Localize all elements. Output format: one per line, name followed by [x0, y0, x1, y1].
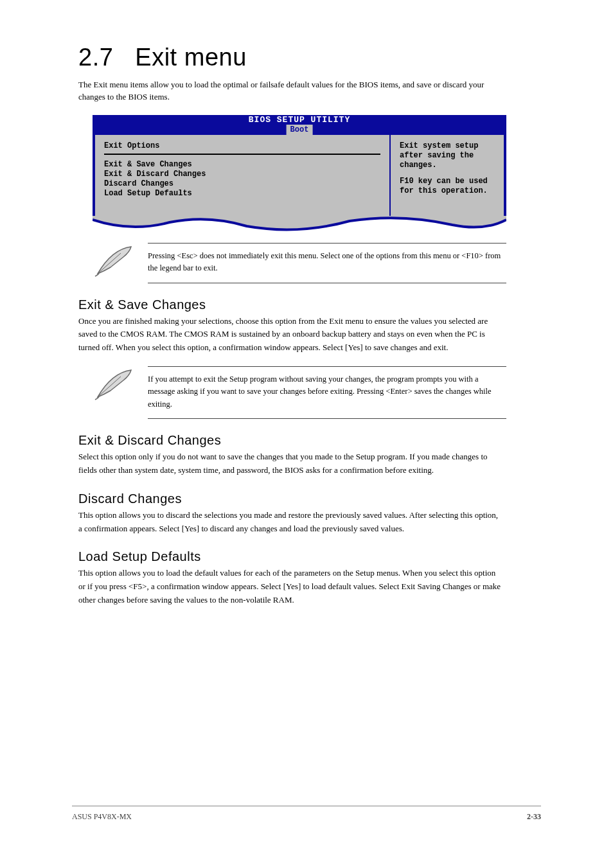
section-title: Discard Changes	[78, 492, 613, 506]
bios-utility-title: BIOS SETUP UTILITY	[93, 115, 506, 125]
bios-menu-item[interactable]: Exit & Save Changes	[104, 160, 380, 170]
footer-rule	[72, 806, 541, 806]
section: Load Setup Defaults This option allows y…	[0, 549, 613, 607]
bios-help-text: F10 key can be used for this operation.	[400, 177, 495, 196]
quill-icon	[93, 366, 138, 405]
heading-number: 2.7	[78, 44, 113, 71]
footer-left-text: ASUS P4V8X-MX	[72, 812, 132, 822]
svg-line-0	[98, 253, 121, 274]
bios-section-title: Exit Options	[104, 141, 380, 155]
section: Exit & Save Changes Once you are finishe…	[0, 297, 613, 355]
page-heading: 2.7Exit menu	[78, 45, 613, 71]
svg-line-1	[98, 376, 121, 397]
section-title: Exit & Discard Changes	[78, 433, 613, 448]
section-body: Once you are finished making your select…	[78, 315, 502, 355]
bios-menu-item[interactable]: Discard Changes	[104, 179, 380, 189]
section: Exit & Discard Changes Select this optio…	[0, 433, 613, 477]
heading-title: Exit menu	[135, 44, 246, 71]
intro-paragraph: The Exit menu items allow you to load th…	[78, 78, 502, 103]
section-title: Load Setup Defaults	[78, 549, 613, 564]
bios-tab-bar: Boot	[93, 125, 506, 135]
section-body: This option allows you to discard the se…	[78, 509, 502, 536]
bios-menu-item[interactable]: Exit & Discard Changes	[104, 170, 380, 179]
note-text: Pressing <Esc> does not immediately exit…	[148, 243, 506, 283]
bios-help-text: Exit system setup after saving the chang…	[400, 141, 495, 170]
footer-page-number: 2-33	[527, 812, 541, 822]
bios-active-tab: Boot	[287, 125, 313, 135]
bios-help-pane: Exit system setup after saving the chang…	[391, 135, 504, 217]
bios-left-pane: Exit Options Exit & Save Changes Exit & …	[95, 135, 391, 217]
bios-screenshot: BIOS SETUP UTILITY Boot Exit Options Exi…	[93, 115, 506, 234]
section-body: This option allows you to load the defau…	[78, 567, 502, 607]
bios-menu-item[interactable]: Load Setup Defaults	[104, 189, 380, 199]
section: Discard Changes This option allows you t…	[0, 492, 613, 536]
section-body: Select this option only if you do not wa…	[78, 450, 502, 477]
bios-torn-edge	[93, 216, 506, 234]
quill-icon	[93, 243, 138, 281]
section-title: Exit & Save Changes	[78, 297, 613, 312]
note-text: If you attempt to exit the Setup program…	[148, 366, 506, 419]
